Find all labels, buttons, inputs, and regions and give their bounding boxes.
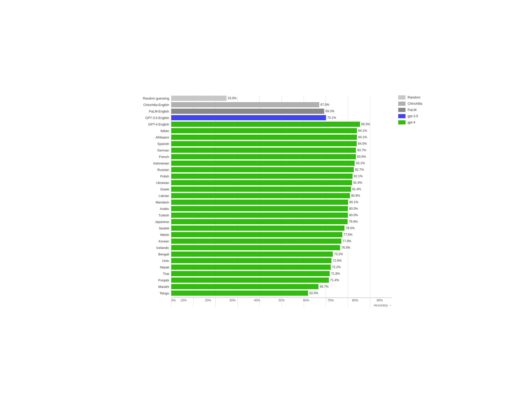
bar [171, 193, 350, 198]
bar-value-label: 80.0% [349, 207, 358, 210]
y-label: Thai [134, 271, 171, 277]
x-axis-title: Accuracy → [171, 302, 392, 307]
bar [171, 291, 308, 296]
bar [171, 174, 353, 179]
bar-row: 76.5% [171, 245, 392, 250]
bar-value-label: 81.4% [352, 187, 361, 191]
bar-row: 80.0% [171, 206, 392, 212]
y-label: Japanese [134, 219, 171, 225]
y-label: Chinchilla-English [134, 102, 171, 108]
bar-row: 80.0% [171, 212, 392, 218]
bar-value-label: 72.6% [333, 259, 342, 262]
legend: RandomChinchillaPaLMgpt-3.5gpt-4 [392, 95, 422, 140]
y-label: French [134, 154, 171, 160]
bar-row: 81.9% [171, 180, 392, 186]
bar [171, 135, 357, 140]
bar-value-label: 76.5% [341, 246, 350, 249]
y-label: Indonesian [134, 160, 171, 167]
bar-value-label: 82.1% [354, 174, 363, 178]
bar-value-label: 77.5% [344, 233, 353, 236]
y-label: Mandarin [134, 199, 171, 206]
bar-row: 71.4% [171, 277, 392, 283]
bar-value-label: 71.4% [330, 278, 339, 282]
x-axis-label: 10% [171, 298, 196, 302]
bar-row: 25.0% [171, 95, 392, 101]
y-label: Italian [134, 128, 171, 134]
bar-value-label: 70.1% [327, 116, 336, 120]
bar-value-label: 80.1% [349, 200, 358, 204]
bar-row: 80.9% [171, 193, 392, 199]
y-label: GPT-3.5-English [134, 115, 171, 121]
bar-value-label: 79.9% [349, 220, 358, 223]
bars-column: 25.0%67.0%69.3%70.1%85.5%84.1%84.1%84.0%… [171, 95, 392, 307]
bar-row: 62.0% [171, 290, 392, 296]
bar-row: 85.5% [171, 121, 392, 127]
bar [171, 200, 348, 205]
bar-value-label: 69.3% [325, 109, 334, 113]
bar [171, 180, 352, 185]
y-label: PaLM-English [134, 108, 171, 115]
legend-label: gpt-4 [408, 120, 415, 124]
y-label: Punjabi [134, 277, 171, 284]
bar-row: 73.2% [171, 251, 392, 257]
y-label: Nepali [134, 264, 171, 271]
y-label: Greek [134, 186, 171, 193]
bar-value-label: 25.0% [228, 96, 237, 100]
y-label: Turkish [134, 212, 171, 219]
bar [171, 187, 351, 192]
bar [171, 109, 324, 114]
bar-row: 72.6% [171, 258, 392, 263]
bar-value-label: 80.0% [349, 213, 358, 217]
x-axis-label: 70% [318, 298, 343, 302]
bar [171, 252, 333, 257]
bar-value-label: 67.0% [321, 103, 329, 107]
legend-item: PaLM [398, 108, 422, 112]
bar-value-label: 73.2% [334, 252, 343, 256]
bar [171, 161, 355, 166]
bar [171, 167, 354, 172]
bar [171, 232, 342, 237]
bar-row: 70.1% [171, 115, 392, 121]
x-axis: 0%10%20%30%40%50%60%70%80%90% [171, 298, 392, 302]
bar-row: 69.3% [171, 108, 392, 114]
bar-value-label: 83.6% [357, 155, 366, 159]
legend-color-box [398, 108, 405, 112]
x-axis-label: 50% [269, 298, 294, 302]
legend-label: Random [408, 95, 420, 99]
bar-row: 83.7% [171, 147, 392, 153]
bar-row: 83.6% [171, 154, 392, 160]
y-label: Arabic [134, 206, 171, 212]
x-axis-label: 90% [368, 298, 392, 302]
bar [171, 271, 330, 276]
y-label: German [134, 147, 171, 154]
bar-row: 79.9% [171, 219, 392, 225]
bar-row: 71.8% [171, 271, 392, 276]
bar [171, 213, 348, 218]
legend-label: gpt-3.5 [408, 114, 418, 118]
bar-row: 67.0% [171, 102, 392, 108]
y-label: Icelandic [134, 245, 171, 251]
bar-row: 66.7% [171, 284, 392, 289]
bar-value-label: 77.0% [343, 239, 351, 243]
bar [171, 122, 360, 127]
bar-value-label: 83.7% [357, 148, 366, 152]
bar-value-label: 66.7% [320, 285, 329, 288]
x-axis-label: 40% [245, 298, 269, 302]
y-label: Russian [134, 167, 171, 173]
legend-color-box [398, 95, 405, 100]
y-labels-column: Random guessingChinchilla-EnglishPaLM-En… [134, 95, 171, 297]
bar-value-label: 84.1% [358, 129, 367, 133]
legend-item: gpt-4 [398, 120, 422, 124]
y-label: Telugu [134, 290, 171, 297]
bar-row: 77.5% [171, 232, 392, 237]
bar-row: 84.1% [171, 128, 392, 134]
bar [171, 219, 348, 224]
bar-value-label: 83.1% [356, 161, 365, 165]
x-axis-label: 60% [294, 298, 318, 302]
y-label: Urdu [134, 258, 171, 264]
bar [171, 96, 227, 101]
y-label: GPT-4 English [134, 121, 171, 128]
legend-item: gpt-3.5 [398, 114, 422, 118]
bar [171, 284, 318, 289]
y-label: Bengali [134, 251, 171, 258]
